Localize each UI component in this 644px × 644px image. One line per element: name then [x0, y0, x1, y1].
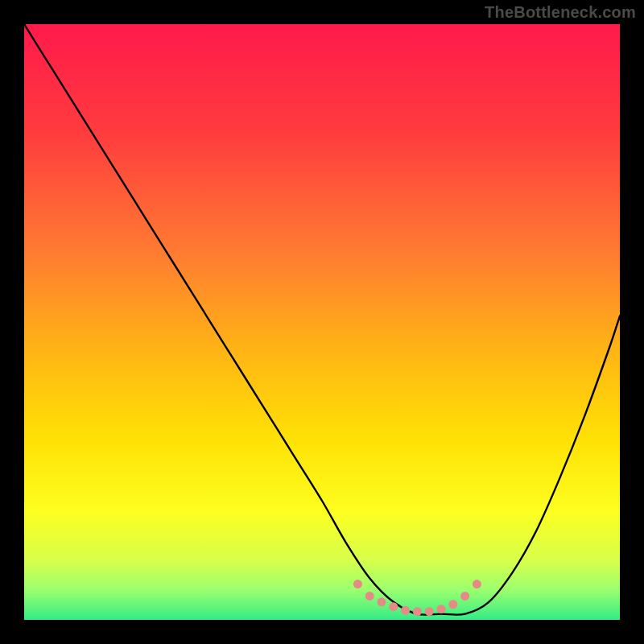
marker-dot	[389, 602, 398, 611]
chart-frame: TheBottleneck.com	[0, 0, 644, 644]
marker-dot	[473, 580, 481, 588]
marker-dot	[460, 592, 469, 601]
marker-dot	[401, 606, 410, 615]
watermark-label: TheBottleneck.com	[485, 3, 636, 22]
marker-dot	[413, 607, 422, 616]
chart-svg	[24, 24, 620, 620]
plot-area	[24, 24, 620, 620]
marker-dot	[425, 607, 434, 616]
marker-dot	[437, 605, 446, 613]
marker-dot	[378, 597, 386, 606]
marker-dot	[365, 592, 374, 601]
gradient-background	[24, 24, 620, 620]
marker-dot	[353, 580, 362, 588]
marker-dot	[448, 600, 457, 609]
